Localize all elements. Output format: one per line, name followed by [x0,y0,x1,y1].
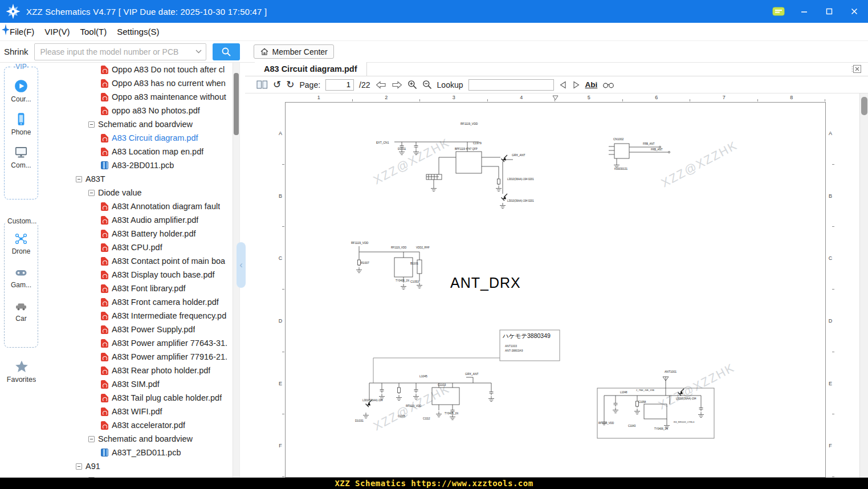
tree-item[interactable]: A91 [43,459,233,473]
tree-item[interactable]: Schematic and boardview [43,117,233,131]
tree-item[interactable]: A83t Contact point of main boa [43,254,233,268]
search-button[interactable] [213,43,240,60]
tab-a83-circuit-diagram[interactable]: A83 Circuit diagram.pdf [255,62,367,76]
vip-sidebar: -VIP- Cour... Phone [0,63,43,478]
sidebar-item-game[interactable]: Gam... [11,266,31,289]
next-page-icon[interactable] [392,81,402,89]
match-case-toggle[interactable]: Abi [585,80,598,89]
tree-item[interactable] [43,473,233,478]
model-search-input[interactable] [34,43,206,60]
facing-pages-icon[interactable] [256,80,268,89]
tree-item[interactable]: A83t Power amplifier 77643-31. [43,336,233,350]
pdf-page-area[interactable]: XZZ@XZZHKXZZ@XZZHKXZZ@XZZHKXZZ@XZZHK [245,93,859,478]
tree-item[interactable]: A83-2BD011.pcb [43,158,233,172]
tree-item[interactable]: A83t Font library.pdf [43,282,233,295]
ruler-col-label: 3 [420,93,488,102]
pcb-file-icon [101,449,108,457]
tree-item[interactable]: A83t Front camera holder.pdf [43,295,233,309]
pdf-file-icon [101,93,108,101]
panel-splitter[interactable]: ‹ [239,63,245,478]
search-icon [221,47,231,57]
find-prev-icon[interactable] [559,81,567,89]
svg-text:2_7NH_JVE_X9B: 2_7NH_JVE_X9B [636,389,654,392]
tree-scrollbar-thumb[interactable] [234,73,239,135]
document-area: A83 Circuit diagram.pdf [245,63,868,478]
svg-text:B1101: B1101 [410,262,418,265]
menu-item-tool[interactable]: Tool(T) [80,27,107,36]
annotation-title: ハケモテ3880349 [502,332,551,339]
tree-item[interactable]: Oppo A83 Do not touch after cl [43,63,233,76]
document-tabbar: A83 Circuit diagram.pdf [245,63,868,76]
lookup-input[interactable] [468,79,554,91]
svg-text:C1043: C1043 [628,425,636,427]
sidebar-item-computer[interactable]: Com... [11,145,31,169]
tree-item[interactable]: A83t Power Supply.pdf [43,323,233,336]
tree-item[interactable]: A83t Battery holder.pdf [43,227,233,241]
pdf-file-icon [101,66,108,74]
sidebar-item-drone[interactable]: Drone [12,232,31,255]
tree-item[interactable]: oppo a83 No photos.pdf [43,104,233,117]
tree-item[interactable]: A83t CPU.pdf [43,241,233,254]
sidebar-item-phone[interactable]: Phone [11,112,31,136]
window-titlebar: XZZ Schematics V4.77 [ VIP Due date: 202… [0,0,868,23]
tree-item[interactable]: Oppo A83 has no current when [43,76,233,90]
prev-page-icon[interactable] [376,81,386,89]
pdf-file-icon [101,284,108,293]
tree-item[interactable]: A83t accelerator.pdf [43,418,233,432]
close-button[interactable] [849,6,860,17]
tree-item[interactable]: A83t Rear photo holder.pdf [43,364,233,377]
svg-text:FRB_ANT: FRB_ANT [651,148,663,151]
tree-item[interactable]: A83 Location map en.pdf [43,145,233,158]
maximize-button[interactable] [824,6,835,17]
rotate-left-icon[interactable]: ↺ [273,80,281,89]
panel-collapse-handle[interactable]: ‹ [237,242,246,288]
pdf-viewport: XZZ@XZZHKXZZ@XZZHKXZZ@XZZHKXZZ@XZZHK [245,93,868,478]
ruler-right: ABCDEF [826,102,835,477]
tree-item[interactable]: A83t Audio amplifier.pdf [43,213,233,227]
tree-item[interactable]: A83T [43,172,233,186]
ruler-col-label: 5 [555,93,623,102]
vip-card-icon[interactable] [772,7,785,16]
tree-item[interactable]: Diode value [43,186,233,199]
svg-text:C1058: C1058 [638,401,646,404]
pdf-scrollbar[interactable] [859,93,868,478]
tree-item[interactable]: A83t Tail plug cable holder.pdf [43,391,233,405]
pdf-scrollbar-thumb[interactable] [861,97,867,115]
find-all-icon[interactable] [602,81,614,89]
rotate-right-icon[interactable]: ↻ [286,80,294,89]
zoom-out-icon[interactable] [422,80,432,89]
close-document-icon[interactable] [851,65,861,75]
tree-item[interactable]: A83t Intermediate frequency.pd [43,309,233,323]
menu-bar: File(F) VIP(V) Tool(T) Settings(S) [0,23,868,41]
tree-item[interactable]: A83 Circuit diagram.pdf [43,131,233,145]
member-center-button[interactable]: Member Center [254,44,334,59]
svg-text:FRB_ANT: FRB_ANT [643,142,655,145]
page-input[interactable] [325,79,354,91]
ruler-col-label: 2 [353,93,421,102]
sidebar-item-car[interactable]: Car [14,299,28,323]
menu-item-vip[interactable]: VIP(V) [44,27,70,36]
svg-text:GRX_ANT: GRX_ANT [465,372,479,376]
zoom-in-icon[interactable] [407,80,417,89]
tree-item[interactable]: Schematic and boardview [43,432,233,446]
sidebar-item-course[interactable]: Cour... [11,79,31,103]
find-next-icon[interactable] [572,81,580,89]
tree-item[interactable]: A83t SIM.pdf [43,377,233,391]
tree-item[interactable]: A83t Power amplifier 77916-21. [43,350,233,364]
shrink-button[interactable]: Shrink [4,47,28,56]
menu-item-settings[interactable]: Settings(S) [117,27,159,36]
tree-item[interactable]: A83t Display touch base.pdf [43,268,233,282]
collapse-icon [88,190,95,196]
tree-item[interactable]: A83T_2BD011.pcb [43,446,233,459]
sidebar-item-favorites[interactable]: Favorites [0,359,43,384]
status-text: XZZ Schematics https://www.xzztools.com [335,479,533,488]
svg-text:TY0406_1N: TY0406_1N [445,412,458,415]
tree-item[interactable]: Oppo a83 maintenance without [43,90,233,104]
chevron-down-icon[interactable] [195,50,202,54]
ruler-col-label: 1 [285,93,353,102]
minimize-button[interactable] [798,6,810,17]
custom-group: Custom... Drone [4,221,38,348]
menu-item-file[interactable]: File(F) [10,27,34,36]
tree-item[interactable]: A83t Annotation diagram fault [43,199,233,213]
tree-item[interactable]: A83t WIFI.pdf [43,405,233,418]
